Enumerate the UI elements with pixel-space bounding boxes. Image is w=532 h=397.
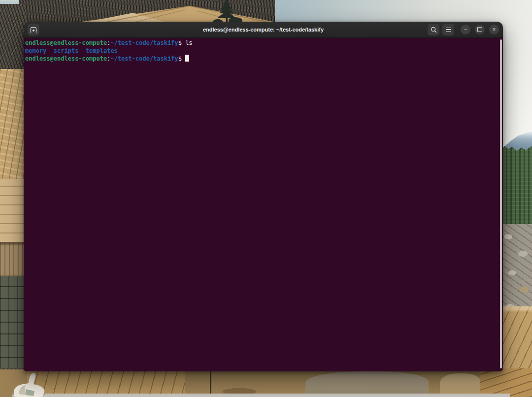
wallpaper-gray-strip	[12, 394, 510, 397]
wallpaper-right-planks	[480, 368, 532, 397]
wallpaper-stick	[210, 370, 211, 397]
ls-output-line: memoryscriptstemplates	[25, 47, 498, 55]
terminal-window: endless@endless-compute: ~/test-code/tas…	[24, 22, 503, 371]
dir-entry: memory	[25, 47, 46, 54]
desktop: endless@endless-compute: ~/test-code/tas…	[0, 0, 532, 397]
new-tab-icon	[30, 27, 37, 33]
prompt-dollar: $	[178, 55, 185, 62]
prompt-path: ~/test-code/taskify	[110, 39, 178, 46]
dir-entry: scripts	[54, 47, 79, 54]
search-icon	[431, 27, 437, 33]
wallpaper-left-shingles	[0, 69, 26, 180]
terminal-cursor	[185, 55, 189, 62]
prompt-user-host: endless@endless-compute	[25, 55, 107, 62]
prompt-path: ~/test-code/taskify	[110, 55, 178, 62]
scrollbar[interactable]	[500, 39, 502, 368]
maximize-button[interactable]	[475, 25, 485, 34]
minimize-icon: −	[464, 27, 467, 33]
wallpaper-forest	[501, 146, 532, 233]
prompt-user-host: endless@endless-compute	[25, 39, 107, 46]
wallpaper-dark-shingles	[0, 276, 26, 370]
close-icon: ×	[492, 27, 496, 33]
wallpaper-conifer-tree	[212, 0, 243, 23]
search-button[interactable]	[428, 24, 439, 35]
prompt-command: $ ls	[178, 39, 193, 46]
minimize-button[interactable]: −	[461, 25, 470, 34]
new-tab-button[interactable]	[28, 24, 39, 35]
menu-button[interactable]	[442, 24, 454, 35]
maximize-icon	[477, 27, 482, 32]
wallpaper-log-beam	[0, 242, 26, 277]
wallpaper-left-planks	[0, 179, 26, 243]
prompt-line-1: endless@endless-compute:~/test-code/task…	[25, 39, 498, 47]
terminal-content[interactable]: endless@endless-compute:~/test-code/task…	[24, 38, 503, 371]
dir-entry: templates	[86, 47, 118, 54]
prompt-line-2: endless@endless-compute:~/test-code/task…	[25, 55, 498, 63]
close-button[interactable]: ×	[489, 25, 499, 34]
titlebar[interactable]: endless@endless-compute: ~/test-code/tas…	[24, 22, 503, 38]
hamburger-icon	[446, 28, 451, 32]
wallpaper-white-bird	[4, 369, 53, 397]
wallpaper-wood-roof	[74, 0, 273, 23]
wallpaper-left-twigs	[0, 4, 26, 71]
